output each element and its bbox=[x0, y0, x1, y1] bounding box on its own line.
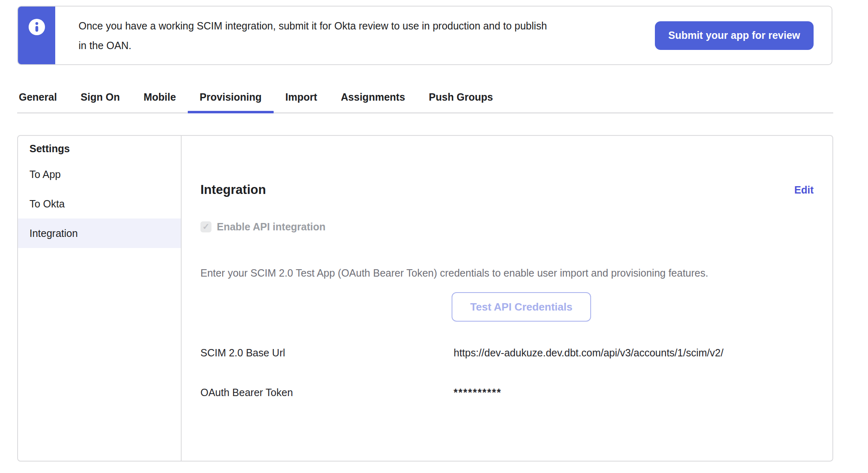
tab-push-groups[interactable]: Push Groups bbox=[417, 82, 505, 113]
info-banner: Once you have a working SCIM integration… bbox=[17, 6, 832, 65]
tab-general[interactable]: General bbox=[17, 82, 69, 113]
test-api-credentials-button[interactable]: Test API Credentials bbox=[452, 292, 591, 322]
page-title: Integration bbox=[200, 182, 266, 197]
info-banner-body: Once you have a working SCIM integration… bbox=[55, 7, 832, 64]
oauth-bearer-token-value: ********** bbox=[454, 387, 501, 399]
integration-header: Integration Edit bbox=[200, 182, 814, 198]
banner-message-line1: Once you have a working SCIM integration… bbox=[79, 16, 647, 36]
enable-api-integration-checkbox[interactable]: ✓ bbox=[200, 221, 211, 232]
info-icon bbox=[29, 19, 45, 35]
provisioning-panel: Settings To App To Okta Integration Inte… bbox=[17, 135, 833, 462]
scim-base-url-row: SCIM 2.0 Base Url https://dev-adukuze.de… bbox=[200, 347, 814, 361]
sidebar-item-to-okta[interactable]: To Okta bbox=[18, 189, 181, 218]
enable-api-integration-label: Enable API integration bbox=[217, 221, 326, 233]
submit-app-review-button[interactable]: Submit your app for review bbox=[655, 21, 814, 50]
scim-base-url-value: https://dev-adukuze.dev.dbt.com/api/v3/a… bbox=[454, 347, 724, 359]
enable-api-integration-row: ✓ Enable API integration bbox=[200, 218, 814, 235]
settings-sidebar: Settings To App To Okta Integration bbox=[18, 136, 182, 461]
tab-import[interactable]: Import bbox=[274, 82, 329, 113]
tab-sign-on[interactable]: Sign On bbox=[69, 82, 132, 113]
info-banner-accent bbox=[18, 7, 55, 64]
sidebar-item-to-app[interactable]: To App bbox=[18, 160, 181, 189]
oauth-bearer-token-row: OAuth Bearer Token ********** bbox=[200, 387, 814, 401]
banner-message-line2: in the OAN. bbox=[79, 36, 647, 55]
edit-link[interactable]: Edit bbox=[794, 184, 814, 196]
banner-message: Once you have a working SCIM integration… bbox=[79, 16, 655, 55]
sidebar-item-integration[interactable]: Integration bbox=[18, 218, 181, 248]
scim-base-url-label: SCIM 2.0 Base Url bbox=[200, 347, 454, 359]
test-button-row: Test API Credentials bbox=[200, 292, 814, 322]
tab-bar: General Sign On Mobile Provisioning Impo… bbox=[17, 82, 833, 113]
integration-content: Integration Edit ✓ Enable API integratio… bbox=[182, 136, 832, 461]
credentials-description: Enter your SCIM 2.0 Test App (OAuth Bear… bbox=[200, 267, 814, 279]
tab-mobile[interactable]: Mobile bbox=[132, 82, 188, 113]
tab-assignments[interactable]: Assignments bbox=[329, 82, 417, 113]
tab-provisioning[interactable]: Provisioning bbox=[188, 82, 273, 113]
oauth-bearer-token-label: OAuth Bearer Token bbox=[200, 387, 454, 399]
sidebar-heading: Settings bbox=[29, 142, 181, 155]
